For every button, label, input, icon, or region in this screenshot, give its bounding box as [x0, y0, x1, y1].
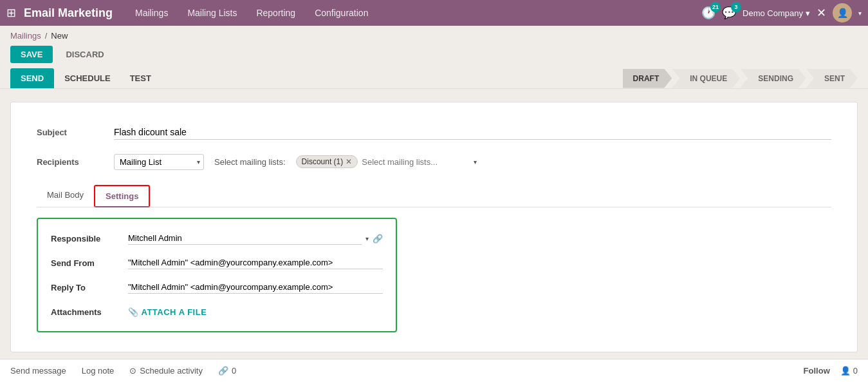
breadcrumb-separator: / [45, 31, 48, 41]
company-selector[interactable]: Demo Company ▾ [743, 8, 810, 18]
test-button[interactable]: TEST [121, 68, 160, 88]
menu-mailings[interactable]: Mailings [132, 8, 171, 18]
send-from-input[interactable] [128, 256, 383, 269]
discount-tag[interactable]: Discount (1) ✕ [296, 155, 358, 168]
responsible-input[interactable] [128, 232, 362, 245]
status-in-queue[interactable]: IN QUEUE [672, 69, 740, 88]
attachments-label: Attachments [51, 307, 128, 317]
breadcrumb: Mailings / New [0, 26, 868, 43]
avatar-icon: 👤 [837, 8, 848, 18]
reply-to-input[interactable] [128, 281, 383, 294]
discard-button[interactable]: DISCARD [58, 46, 111, 63]
breadcrumb-current: New [51, 31, 68, 41]
tab-settings[interactable]: Settings [94, 185, 150, 207]
tab-bar: Mail Body Settings [37, 185, 831, 207]
recipients-select[interactable]: Mailing List [114, 154, 204, 170]
close-icon[interactable]: ✕ [817, 6, 826, 20]
message-badge[interactable]: 💬 3 [722, 6, 736, 20]
recipients-label: Recipients [37, 157, 114, 167]
tag-container: Discount (1) ✕ ▾ [296, 155, 831, 168]
send-from-value [128, 256, 383, 269]
attach-label: ATTACH A FILE [142, 307, 207, 317]
menu-configuration[interactable]: Configuration [311, 8, 371, 18]
status-draft[interactable]: DRAFT [623, 69, 672, 88]
tag-close-icon[interactable]: ✕ [346, 157, 352, 166]
send-button[interactable]: SEND [10, 68, 54, 88]
recipients-row: Recipients Mailing List ▾ Select mailing… [37, 151, 831, 172]
external-link-icon[interactable]: 🔗 [373, 234, 383, 244]
responsible-row: Responsible ▾ 🔗 [51, 229, 383, 247]
top-navigation: ⊞ Email Marketing Mailings Mailing Lists… [0, 0, 868, 26]
company-name: Demo Company [743, 8, 803, 18]
app-title: Email Marketing [24, 6, 113, 20]
menu-reporting[interactable]: Reporting [253, 8, 299, 18]
schedule-button[interactable]: SCHEDULE [55, 68, 120, 88]
reply-to-value [128, 281, 383, 294]
settings-section: Responsible ▾ 🔗 Send From Reply T [37, 218, 397, 332]
status-sending[interactable]: SENDING [740, 69, 806, 88]
discount-tag-label: Discount (1) [302, 157, 344, 166]
send-from-row: Send From [51, 254, 383, 272]
attachments-value: 📎 ATTACH A FILE [128, 307, 383, 317]
subject-input[interactable] [114, 125, 831, 140]
avatar-dropdown-icon[interactable]: ▾ [858, 10, 862, 17]
recipients-value: Mailing List ▾ Select mailing lists: Dis… [114, 154, 831, 170]
dropdown-icon[interactable]: ▾ [365, 235, 369, 242]
topnav-right: 🕐 21 💬 3 Demo Company ▾ ✕ 👤 ▾ [701, 3, 862, 23]
bottom-bar: Send message Log note ⊙ Schedule activit… [0, 359, 868, 365]
send-from-label: Send From [51, 258, 128, 268]
status-pipeline: DRAFT IN QUEUE SENDING SENT [623, 69, 858, 88]
avatar[interactable]: 👤 [833, 3, 852, 23]
subject-row: Subject [37, 122, 831, 142]
main-content: Subject Recipients Mailing List ▾ Select… [0, 89, 868, 365]
mailing-list-dropdown-icon[interactable]: ▾ [474, 158, 477, 166]
tab-mail-body[interactable]: Mail Body [37, 185, 94, 207]
attachments-row: Attachments 📎 ATTACH A FILE [51, 303, 383, 321]
recipients-select-wrapper: Mailing List ▾ [114, 154, 204, 170]
mailing-lists-label: Select mailing lists: [214, 157, 286, 167]
subject-label: Subject [37, 128, 114, 137]
status-sent[interactable]: SENT [806, 69, 858, 88]
reply-to-label: Reply To [51, 283, 128, 292]
save-button[interactable]: SAVE [10, 46, 53, 63]
reply-to-row: Reply To [51, 278, 383, 296]
clock-badge[interactable]: 🕐 21 [701, 6, 716, 20]
company-dropdown-icon: ▾ [806, 8, 810, 18]
action-bar-left: SEND SCHEDULE TEST [10, 68, 160, 88]
paperclip-icon: 📎 [128, 307, 139, 317]
breadcrumb-parent[interactable]: Mailings [10, 31, 41, 41]
attach-file-button[interactable]: 📎 ATTACH A FILE [128, 307, 383, 317]
grid-icon[interactable]: ⊞ [6, 6, 16, 20]
responsible-label: Responsible [51, 234, 128, 244]
form-card: Subject Recipients Mailing List ▾ Select… [10, 102, 858, 352]
menu-mailing-lists[interactable]: Mailing Lists [184, 8, 240, 18]
main-menu: Mailings Mailing Lists Reporting Configu… [132, 8, 701, 18]
form-toolbar: SAVE DISCARD [0, 43, 868, 68]
action-bar: SEND SCHEDULE TEST DRAFT IN QUEUE SENDIN… [0, 68, 868, 89]
responsible-value: ▾ 🔗 [128, 232, 383, 245]
message-badge-count: 3 [731, 2, 741, 12]
clock-badge-count: 21 [710, 2, 721, 12]
mailing-list-input[interactable] [362, 157, 470, 167]
subject-value [114, 125, 831, 140]
